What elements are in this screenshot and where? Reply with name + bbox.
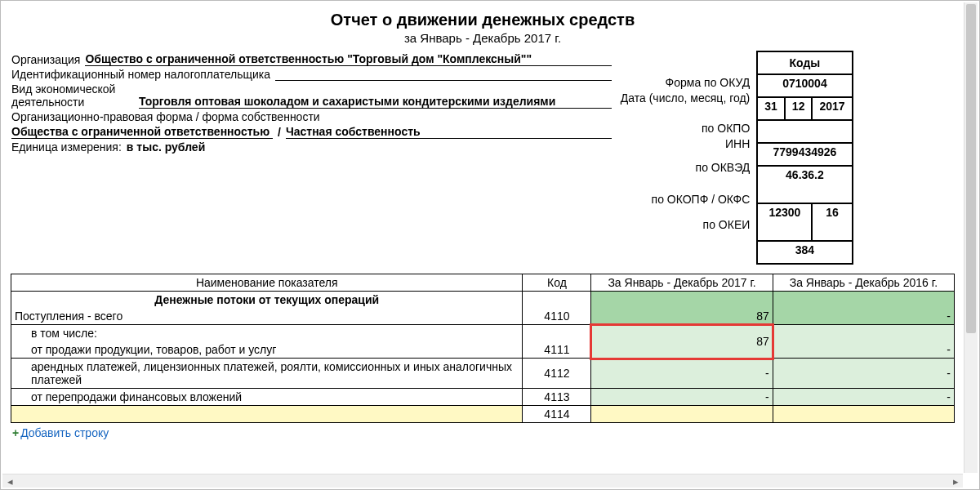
row-name: от перепродажи финансовых вложений [11, 389, 523, 406]
okved-label: по ОКВЭД [613, 158, 755, 174]
codes-header: Коды [757, 51, 852, 74]
org-value: Общество с ограниченной ответственностью… [85, 52, 612, 66]
th-name: Наименование показателя [11, 274, 523, 292]
section-row: Денежные потоки от текущих операций [11, 292, 955, 309]
hscroll-left-arrow[interactable]: ◂ [2, 474, 17, 488]
row-p2[interactable]: - [773, 389, 954, 406]
codes-table: Коды 0710004 31 12 2017 7799434926 46.36… [756, 51, 853, 265]
row-code: 4112 [523, 359, 591, 389]
activity-label: Вид экономической деятельности [11, 82, 134, 109]
row-p2[interactable] [773, 325, 954, 342]
date-month: 12 [785, 97, 813, 120]
content-scroll-area[interactable]: Отчет о движении денежных средств за Янв… [2, 2, 963, 473]
date-day: 31 [757, 97, 785, 120]
row-name[interactable] [11, 406, 523, 423]
table-row: 4114 [11, 406, 955, 423]
legal-value2: Частная собственность [286, 125, 612, 139]
row-p1[interactable]: - [591, 359, 773, 389]
table-row: в том числе: 87 [11, 325, 955, 342]
inn-label: ИНН [613, 135, 755, 150]
row-code: 4110 [523, 308, 591, 325]
row-p2[interactable] [773, 406, 954, 423]
row-name: в том числе: [11, 325, 523, 342]
taxid-row: Идентификационный номер налогоплательщик… [11, 68, 612, 81]
okud-value: 0710004 [757, 74, 852, 97]
legal-value1: Общества с ограниченной ответственностью [11, 125, 273, 139]
okopf-label: по ОКОПФ / ОКФС [613, 190, 755, 206]
date-year: 2017 [812, 97, 852, 120]
data-table: Наименование показателя Код За Январь - … [11, 274, 955, 423]
okei-value: 384 [757, 241, 852, 264]
legal-value-row: Общества с ограниченной ответственностью… [11, 125, 612, 139]
th-period1: За Январь - Декабрь 2017 г. [591, 274, 773, 292]
row-p2[interactable]: - [773, 308, 954, 325]
header-layout: Организация Общество с ограниченной отве… [11, 50, 955, 265]
report-title: Отчет о движении денежных средств [11, 11, 955, 29]
legal-slash: / [278, 126, 281, 139]
plus-icon: + [12, 426, 19, 439]
row-code: 4111 [523, 341, 591, 359]
activity-value: Торговля оптовая шоколадом и сахаристыми… [139, 95, 612, 109]
unit-label: Единица измерения: [11, 140, 122, 154]
th-period2: За Январь - Декабрь 2016 г. [773, 274, 954, 292]
row-code [523, 325, 591, 342]
row-name: арендных платежей, лицензионных платежей… [11, 359, 523, 389]
row-p2[interactable]: - [773, 359, 954, 389]
row-name: Поступления - всего [11, 308, 523, 325]
vertical-scrollbar[interactable] [964, 2, 978, 473]
okopf-value: 12300 [757, 203, 812, 241]
okved-value: 46.36.2 [757, 166, 852, 203]
row-code: 4114 [523, 406, 591, 423]
okei-label: по ОКЕИ [613, 216, 755, 231]
okfs-value: 16 [812, 203, 852, 241]
row-code: 4113 [523, 389, 591, 406]
table-row: от перепродажи финансовых вложений 4113 … [11, 389, 955, 406]
okpo-label: по ОКПО [613, 119, 755, 135]
th-code: Код [523, 274, 591, 292]
hscroll-right-arrow[interactable]: ▸ [948, 474, 963, 488]
legal-label: Организационно-правовая форма / форма со… [11, 110, 320, 123]
row-p1[interactable]: 87 [591, 308, 773, 325]
section-title: Денежные потоки от текущих операций [11, 292, 523, 309]
table-row: арендных платежей, лицензионных платежей… [11, 359, 955, 389]
report-subtitle: за Январь - Декабрь 2017 г. [11, 31, 955, 45]
row-name: от продажи продукции, товаров, работ и у… [11, 341, 523, 359]
row-p1[interactable] [591, 406, 773, 423]
add-row-link[interactable]: +Добавить строку [11, 423, 955, 439]
date-label: Дата (число, месяц, год) [613, 89, 755, 105]
unit-value: в тыс. рублей [127, 140, 612, 154]
unit-row: Единица измерения: в тыс. рублей [11, 140, 612, 154]
legal-label-row: Организационно-правовая форма / форма со… [11, 110, 612, 123]
vertical-scroll-thumb[interactable] [966, 4, 976, 333]
table-row: от продажи продукции, товаров, работ и у… [11, 341, 955, 359]
document-viewport: Отчет о движении денежных средств за Янв… [0, 0, 980, 490]
table-row: Поступления - всего 4110 87 - [11, 308, 955, 325]
horizontal-scrollbar[interactable]: ◂ ▸ [2, 474, 963, 488]
taxid-value [275, 80, 612, 81]
inn-value: 7799434926 [757, 143, 852, 166]
activity-row: Вид экономической деятельности Торговля … [11, 82, 612, 109]
row-p1-highlighted[interactable]: 87 [591, 325, 773, 359]
okud-label: Форма по ОКУД [613, 74, 755, 89]
org-row: Организация Общество с ограниченной отве… [11, 52, 612, 66]
row-p1[interactable]: - [591, 389, 773, 406]
taxid-label: Идентификационный номер налогоплательщик… [11, 68, 270, 81]
org-label: Организация [11, 53, 80, 66]
row-p2[interactable]: - [773, 341, 954, 359]
add-row-label: Добавить строку [20, 426, 109, 439]
okpo-value [757, 120, 852, 143]
